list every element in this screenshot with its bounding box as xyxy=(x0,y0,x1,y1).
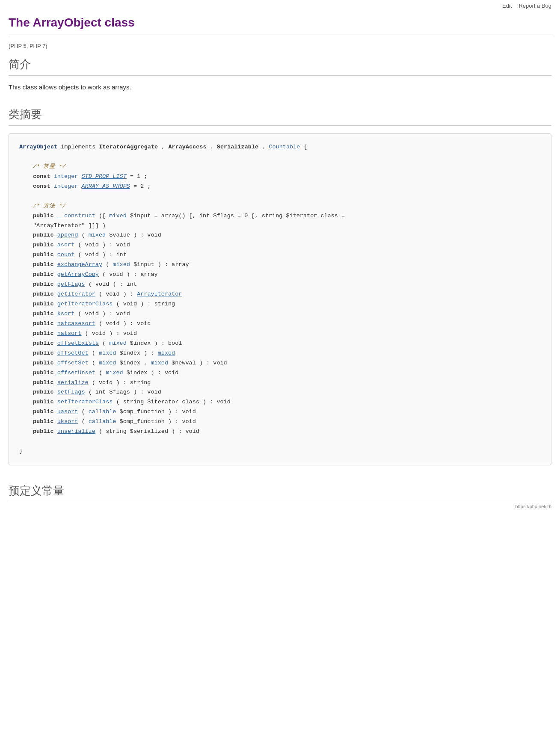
const-keyword-1: const xyxy=(33,173,50,180)
intro-divider xyxy=(9,75,551,76)
setiteratorclass-link[interactable]: setIteratorClass xyxy=(57,399,113,405)
constants-comment: /* 常量 */ xyxy=(33,163,66,170)
method-asort-line: public asort ( void ) : void xyxy=(19,240,541,250)
method-append-line: public append ( mixed $value ) : void xyxy=(19,231,541,240)
uasort-modifier: public xyxy=(33,408,54,415)
sf-params: ( int $flags ) : void xyxy=(89,389,161,395)
report-bug-link[interactable]: Report a Bug xyxy=(519,3,551,9)
natsort-link[interactable]: natsort xyxy=(57,330,82,337)
append-link[interactable]: append xyxy=(57,232,78,238)
serialize-modifier: public xyxy=(33,379,54,386)
ea-params: ( mixed $input ) : array xyxy=(106,261,189,268)
uns-params: ( string $serialized ) : void xyxy=(99,428,199,435)
title-divider xyxy=(9,35,551,35)
offsetget-return-link[interactable]: mixed xyxy=(158,350,175,356)
page-title: The ArrayObject class xyxy=(9,12,551,35)
offsetget-link[interactable]: offsetGet xyxy=(57,350,89,356)
interface-3: Serializable xyxy=(217,144,258,150)
edit-link[interactable]: Edit xyxy=(502,3,512,9)
uksort-link[interactable]: uksort xyxy=(57,418,78,425)
unserialize-link[interactable]: unserialize xyxy=(57,428,95,435)
std-prop-list-link[interactable]: STD_PROP_LIST xyxy=(81,173,126,180)
method-getiteratorclass-line: public getIteratorClass ( void ) : strin… xyxy=(19,299,541,309)
methods-comment-line: /* 方法 */ xyxy=(19,201,541,211)
ser-params: ( void ) : string xyxy=(92,379,151,386)
const-eq-1: = 1 ; xyxy=(130,173,148,180)
comma-3: , xyxy=(262,144,269,150)
method-uasort-line: public uasort ( callable $cmp_function )… xyxy=(19,407,541,417)
class-declaration-line: ArrayObject implements IteratorAggregate… xyxy=(19,142,541,152)
ksort-link[interactable]: ksort xyxy=(57,311,75,317)
uks-params: ( callable $cmp_function ) : void xyxy=(81,418,196,425)
setflags-link[interactable]: setFlags xyxy=(57,389,85,395)
method-getflags-line: public getFlags ( void ) : int xyxy=(19,280,541,290)
count-modifier: public xyxy=(33,252,54,258)
offsetexists-link[interactable]: offsetExists xyxy=(57,340,99,346)
natcasesort-link[interactable]: natcasesort xyxy=(57,320,95,327)
const-array-as-props-line: const integer ARRAY_AS_PROPS = 2 ; xyxy=(19,182,541,192)
gi-params: ( void ) : ArrayIterator xyxy=(99,291,182,297)
open-brace: { xyxy=(303,144,307,150)
const-type-1: integer xyxy=(54,173,82,180)
count-link[interactable]: count xyxy=(57,252,75,258)
offsetunset-link[interactable]: offsetUnset xyxy=(57,370,95,376)
class-name: ArrayObject xyxy=(19,144,57,150)
method-exchangearray-line: public exchangeArray ( mixed $input ) : … xyxy=(19,260,541,270)
interface-1: IteratorAggregate xyxy=(99,144,158,150)
getiterator-link[interactable]: getIterator xyxy=(57,291,95,297)
method-offsetexists-line: public offsetExists ( mixed $index ) : b… xyxy=(19,339,541,349)
method-setflags-line: public setFlags ( int $flags ) : void xyxy=(19,388,541,397)
method-construct-line1: public __construct ([ mixed $input = arr… xyxy=(19,211,541,221)
setflags-modifier: public xyxy=(33,389,54,395)
php-version: (PHP 5, PHP 7) xyxy=(9,43,551,49)
sic-params: ( string $iterator_class ) : void xyxy=(116,399,230,405)
uasort-link[interactable]: uasort xyxy=(57,408,78,415)
getflags-link[interactable]: getFlags xyxy=(57,281,85,287)
append-modifier: public xyxy=(33,232,54,238)
method-natsort-line: public natsort ( void ) : void xyxy=(19,329,541,339)
offsetexists-modifier: public xyxy=(33,340,54,346)
construct-link[interactable]: __construct xyxy=(57,213,95,219)
construct-modifier: public xyxy=(33,213,54,219)
method-offsetget-line: public offsetGet ( mixed $index ) : mixe… xyxy=(19,349,541,358)
array-as-props-link[interactable]: ARRAY_AS_PROPS xyxy=(81,183,130,189)
closing-brace: } xyxy=(19,447,541,456)
countable-link[interactable]: Countable xyxy=(269,144,300,150)
offsetset-link[interactable]: offsetSet xyxy=(57,360,89,366)
method-natcasesort-line: public natcasesort ( void ) : void xyxy=(19,319,541,329)
serialize-link[interactable]: serialize xyxy=(57,379,89,386)
setiteratorclass-modifier: public xyxy=(33,399,54,405)
closing-brace-char: } xyxy=(19,448,23,454)
og-params: ( mixed $index ) : mixed xyxy=(92,350,175,356)
const-type-2: integer xyxy=(54,183,82,189)
method-offsetunset-line: public offsetUnset ( mixed $index ) : vo… xyxy=(19,368,541,378)
gac-params: ( void ) : array xyxy=(102,271,158,278)
intro-text: This class allows objects to work as arr… xyxy=(9,83,551,91)
method-uksort-line: public uksort ( callable $cmp_function )… xyxy=(19,417,541,427)
asort-params: ( void ) : void xyxy=(78,242,130,248)
construct-params1: ([ mixed $input = array() [, int $flags … xyxy=(99,213,345,219)
count-params: ( void ) : int xyxy=(78,252,126,258)
arrayiterator-return-link[interactable]: ArrayIterator xyxy=(137,291,182,297)
constants-comment-line: /* 常量 */ xyxy=(19,162,541,172)
getarraycopy-link[interactable]: getArrayCopy xyxy=(57,271,99,278)
offsetunset-modifier: public xyxy=(33,370,54,376)
class-summary-divider xyxy=(9,125,551,126)
method-offsetset-line: public offsetSet ( mixed $index , mixed … xyxy=(19,358,541,368)
uksort-modifier: public xyxy=(33,418,54,425)
offsetget-modifier: public xyxy=(33,350,54,356)
gic-params: ( void ) : string xyxy=(116,301,175,307)
getiteratorclass-link[interactable]: getIteratorClass xyxy=(57,301,113,307)
asort-link[interactable]: asort xyxy=(57,242,75,248)
method-unserialize-line: public unserialize ( string $serialized … xyxy=(19,427,541,437)
unserialize-modifier: public xyxy=(33,428,54,435)
ncs-params: ( void ) : void xyxy=(99,320,151,327)
getarraycopy-modifier: public xyxy=(33,271,54,278)
offsetset-modifier: public xyxy=(33,360,54,366)
exchangearray-link[interactable]: exchangeArray xyxy=(57,261,102,268)
const-keyword-2: const xyxy=(33,183,50,189)
getiterator-modifier: public xyxy=(33,291,54,297)
method-setiteratorclass-line: public setIteratorClass ( string $iterat… xyxy=(19,397,541,407)
implements-keyword: implements xyxy=(61,144,99,150)
top-nav: Edit Report a Bug xyxy=(9,0,551,12)
